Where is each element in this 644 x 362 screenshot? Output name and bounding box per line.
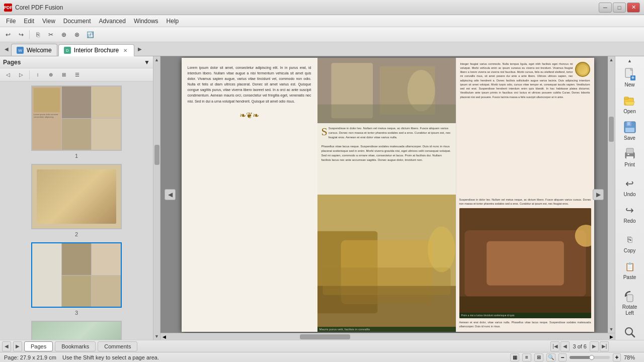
rt-copy-button[interactable]: ⎘ Copy	[618, 230, 641, 256]
pages-toolbar-btn-5[interactable]: ⊞	[58, 69, 70, 80]
pages-panel-collapse[interactable]: ▼	[144, 59, 150, 66]
page-thumb-2[interactable]: 2	[4, 164, 149, 237]
rt-scroll-up[interactable]: ▲	[626, 58, 633, 63]
ornament: ❧❦❧	[188, 109, 311, 122]
menu-item-file[interactable]: File	[2, 17, 20, 26]
pages-toolbar-btn-3[interactable]: ↕	[32, 69, 44, 80]
doc-scroll-up[interactable]: ▲	[608, 56, 615, 63]
pages-toolbar-btn-2[interactable]: ▷	[15, 69, 27, 80]
zoom-out-btn[interactable]: −	[558, 353, 567, 361]
rt-redo-label: Redo	[624, 218, 636, 224]
menu-item-edit[interactable]: Edit	[20, 17, 38, 26]
page-thumb-img-3	[31, 242, 122, 308]
h-scroll-left[interactable]: ◀	[160, 333, 168, 340]
rt-save-button[interactable]: Save	[618, 118, 641, 143]
pages-toolbar-btn-6[interactable]: ☰	[71, 69, 83, 80]
view-mode-btn-2[interactable]: ≡	[522, 353, 531, 361]
doc-last-page[interactable]: ▶|	[600, 341, 609, 351]
toolbar-btn-1[interactable]: ↩	[2, 29, 14, 40]
scroll-up-arrow[interactable]: ▲	[153, 56, 160, 63]
tab-document[interactable]: D Interior Brochure ✕	[58, 44, 134, 56]
scroll-down-arrow[interactable]: ▼	[153, 333, 160, 340]
toolbar-btn-3[interactable]: ⎘	[32, 29, 44, 40]
doc-scroll-down[interactable]: ▼	[608, 326, 615, 333]
pages-nav-next[interactable]: ▶	[13, 341, 22, 351]
rt-new-button[interactable]: + New	[618, 64, 641, 90]
page-thumb-1[interactable]: Lorem ipsum dolor sit amet consectetur a…	[4, 85, 149, 159]
svg-text:+: +	[631, 75, 634, 80]
zoom-in-btn[interactable]: +	[613, 353, 621, 361]
app-icon: PDF	[4, 4, 12, 12]
page-indicator: 3 of 6	[573, 343, 587, 349]
close-button[interactable]: ✕	[627, 3, 640, 13]
minimize-button[interactable]: ─	[599, 3, 612, 13]
rt-redo-button[interactable]: ↪ Redo	[618, 201, 641, 226]
toolbar-btn-4[interactable]: ✂	[45, 29, 57, 40]
svg-text:D: D	[66, 48, 69, 53]
doc-first-page[interactable]: |◀	[550, 341, 559, 351]
toolbar-btn-6[interactable]: ⊗	[71, 29, 83, 40]
rt-undo-button[interactable]: ↩ Undo	[618, 174, 641, 200]
rt-print-label: Print	[624, 162, 635, 167]
doc-next-page[interactable]: ▶	[593, 189, 604, 200]
h-scroll-thumb[interactable]	[300, 334, 350, 339]
doc-vscrollbar[interactable]: ▲ ▼	[608, 56, 615, 333]
toolbar-btn-5[interactable]: ⊕	[58, 29, 70, 40]
zoom-slider[interactable]	[570, 356, 610, 359]
doc-next-page-btn[interactable]: ▶	[590, 341, 599, 351]
pages-scrollbar[interactable]: ▲ ▼	[153, 56, 160, 340]
rt-open-button[interactable]: Open	[618, 91, 641, 117]
toolbar-btn-7[interactable]: 🔃	[84, 29, 96, 40]
pages-list: Lorem ipsum dolor sit amet consectetur a…	[0, 81, 153, 340]
page-size-status: Page: 27.9 x 21.9 cm	[4, 354, 56, 360]
tab-comments[interactable]: Comments	[98, 341, 137, 351]
menu-item-windows[interactable]: Windows	[130, 17, 163, 26]
menu-item-advanced[interactable]: Advanced	[95, 17, 130, 26]
window-controls[interactable]: ─ □ ✕	[599, 3, 640, 13]
doc-mid-text-1: Suspendisse in dolor leo. Nullam vel met…	[329, 127, 451, 139]
page-thumb-num-1: 1	[75, 153, 78, 159]
zoom-slider-thumb[interactable]	[589, 355, 594, 360]
view-mode-btn-1[interactable]: ▦	[510, 353, 519, 361]
tab-nav-prev[interactable]: ◀	[2, 42, 11, 56]
doc-mid-img-top	[317, 58, 456, 123]
tab-bookmarks[interactable]: Bookmarks	[55, 341, 96, 351]
rt-find-button[interactable]: Find	[618, 323, 641, 340]
doc-caption-1: Mauris purus velit, facilisis in convall…	[317, 327, 456, 332]
scroll-thumb[interactable]	[154, 145, 159, 165]
svg-rect-36	[627, 295, 633, 302]
doc-caption-2: Proin a nisi a luctus tincidunt sceleris…	[459, 313, 591, 319]
rt-paste-button[interactable]: 📋 Paste	[618, 257, 641, 283]
view-mode-btn-3[interactable]: ⊞	[534, 353, 543, 361]
view-mode-btn-4[interactable]: 🔍	[546, 353, 555, 361]
undo-icon: ↩	[623, 176, 637, 191]
rt-print-button[interactable]: Print	[618, 144, 641, 170]
svg-line-38	[631, 334, 634, 337]
bottom-tab-area-pages: ◀ ▶ Pages Bookmarks Comments	[0, 341, 153, 351]
tab-pages[interactable]: Pages	[24, 341, 53, 351]
status-bar: Page: 27.9 x 21.9 cm Use the Shift key t…	[0, 352, 644, 362]
rt-rotate-button[interactable]: RotateLeft	[618, 287, 641, 319]
find-icon	[623, 325, 637, 339]
toolbar-btn-2[interactable]: ↪	[15, 29, 27, 40]
doc-mid-text: S Suspendisse in dolor leo. Nullam vel m…	[317, 123, 456, 195]
page-thumb-4[interactable]: 4	[4, 321, 149, 340]
pages-toolbar-btn-1[interactable]: ◁	[2, 69, 14, 80]
h-scroll-right[interactable]: ▶	[608, 333, 615, 340]
doc-right-text-3: Aenean et erat dolor, vitae varius nulla…	[459, 320, 591, 329]
menu-item-view[interactable]: View	[38, 17, 59, 26]
h-scrollbar[interactable]: ◀ ▶	[160, 333, 615, 340]
menu-item-document[interactable]: Document	[59, 17, 95, 26]
doc-prev-page-btn[interactable]: ◀	[560, 341, 570, 351]
maximize-button[interactable]: □	[613, 3, 626, 13]
pages-toolbar-btn-4[interactable]: ⊕	[45, 69, 57, 80]
doc-scroll-thumb[interactable]	[609, 117, 614, 142]
doc-prev-page[interactable]: ◀	[165, 189, 176, 200]
menu-item-help[interactable]: Help	[163, 17, 183, 26]
tab-nav-next[interactable]: ▶	[135, 42, 144, 56]
pages-nav-prev[interactable]: ◀	[2, 341, 11, 351]
tab-close-button[interactable]: ✕	[122, 47, 129, 54]
window-title: Corel PDF Fusion	[15, 4, 63, 11]
tab-welcome[interactable]: W Welcome	[11, 44, 57, 56]
page-thumb-3[interactable]: 3	[4, 242, 149, 316]
